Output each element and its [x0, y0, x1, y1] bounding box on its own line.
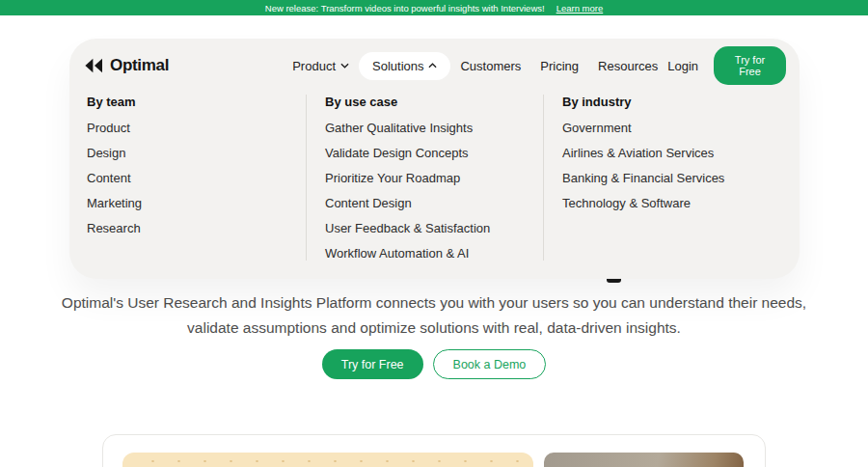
menu-item-user-feedback-satisfaction[interactable]: User Feedback & Satisfaction	[325, 222, 490, 235]
hero-subtitle-line1: Optimal's User Research and Insights Pla…	[0, 290, 868, 316]
learn-more-link[interactable]: Learn more	[556, 3, 604, 14]
menu-item-technology-software[interactable]: Technology & Software	[562, 197, 724, 210]
megamenu-heading: By use case	[325, 95, 490, 109]
announcement-banner: New release: Transform videos into power…	[0, 0, 868, 15]
nav-megamenu-panel: Optimal Product Solutions Customers	[69, 39, 800, 279]
chevron-up-icon	[428, 63, 437, 69]
login-link[interactable]: Login	[667, 59, 698, 73]
nav-item-customers-label: Customers	[460, 59, 521, 73]
dotted-pattern	[134, 458, 522, 462]
megamenu-column-by-team: By team Product Design Content Marketing…	[87, 95, 142, 247]
menu-item-gather-qualitative-insights[interactable]: Gather Qualitative Insights	[325, 122, 490, 135]
megamenu-heading: By team	[87, 95, 142, 109]
product-preview-card	[102, 434, 766, 467]
menu-item-airlines-aviation[interactable]: Airlines & Aviation Services	[562, 147, 724, 160]
nav-item-resources[interactable]: Resources	[588, 52, 667, 80]
nav-links: Product Solutions Customers Pricing	[283, 52, 667, 80]
megamenu-divider	[543, 95, 544, 261]
menu-item-marketing[interactable]: Marketing	[87, 197, 142, 210]
hero-subtitle: Optimal's User Research and Insights Pla…	[0, 290, 868, 341]
megamenu-heading: By industry	[562, 95, 724, 109]
menu-item-content[interactable]: Content	[87, 172, 142, 185]
nav-item-solutions[interactable]: Solutions	[359, 52, 450, 80]
menu-item-banking-financial[interactable]: Banking & Financial Services	[562, 172, 724, 185]
hero-cta-group: Try for Free Book a Demo	[0, 349, 868, 379]
nav-item-resources-label: Resources	[598, 59, 658, 73]
hero-subtitle-line2: validate assumptions and optimize soluti…	[0, 316, 868, 341]
menu-item-product[interactable]: Product	[87, 122, 142, 135]
hero-book-a-demo-button[interactable]: Book a Demo	[433, 349, 547, 379]
menu-item-workflow-automation-ai[interactable]: Workflow Automation & AI	[325, 247, 490, 261]
brand-logo[interactable]: Optimal	[85, 56, 169, 75]
menu-item-design[interactable]: Design	[87, 147, 142, 160]
nav-item-customers[interactable]: Customers	[450, 52, 530, 80]
survey-mockup-preview	[122, 453, 533, 467]
top-navigation: Optimal Product Solutions Customers	[85, 46, 786, 85]
brand-name: Optimal	[110, 56, 169, 75]
nav-item-product[interactable]: Product	[283, 52, 359, 80]
megamenu-column-by-industry: By industry Government Airlines & Aviati…	[562, 95, 724, 222]
user-photo-preview	[544, 453, 744, 467]
nav-try-for-free-button[interactable]: Try for Free	[714, 46, 786, 85]
megamenu-divider	[306, 95, 307, 261]
hero-try-for-free-button[interactable]: Try for Free	[322, 349, 423, 379]
menu-item-research[interactable]: Research	[87, 222, 142, 235]
chevron-down-icon	[340, 63, 349, 69]
menu-item-government[interactable]: Government	[562, 122, 724, 135]
announcement-text: New release: Transform videos into power…	[265, 3, 545, 14]
rewind-logo-icon	[85, 58, 104, 73]
page: New release: Transform videos into power…	[0, 0, 868, 467]
nav-actions: Login Try for Free	[667, 46, 786, 85]
menu-item-prioritize-your-roadmap[interactable]: Prioritize Your Roadmap	[325, 172, 490, 185]
nav-item-pricing-label: Pricing	[540, 59, 579, 73]
menu-item-validate-design-concepts[interactable]: Validate Design Concepts	[325, 147, 490, 160]
menu-item-content-design[interactable]: Content Design	[325, 197, 490, 210]
nav-item-pricing[interactable]: Pricing	[530, 52, 588, 80]
nav-item-solutions-label: Solutions	[372, 59, 423, 73]
nav-item-product-label: Product	[292, 59, 336, 73]
megamenu-column-by-use-case: By use case Gather Qualitative Insights …	[325, 95, 490, 272]
